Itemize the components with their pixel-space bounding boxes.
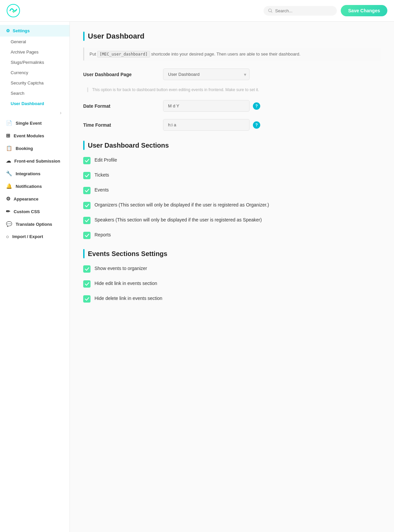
sidebar-item-custom-css[interactable]: ✏ Custom CSS (0, 205, 70, 218)
time-format-control: ? (163, 119, 381, 131)
checkbox-tickets-input[interactable] (83, 172, 91, 179)
sidebar-item-event-modules[interactable]: ⊞ Event Modules (0, 129, 70, 142)
checkbox-speakers: Speakers (This section will only be disp… (83, 216, 381, 224)
settings-sub-item-slugs[interactable]: Slugs/Permalinks (0, 57, 70, 67)
events-sections-title-block: Events Sections Settings (83, 249, 381, 258)
checkbox-edit-profile: Edit Profile (83, 157, 381, 164)
search-input[interactable] (275, 8, 332, 13)
settings-sub-item-user-dashboard[interactable]: User Dashboard (0, 98, 70, 109)
events-sections-title-bar (83, 249, 85, 258)
dashboard-page-control: User Dashboard ▾ (163, 68, 381, 80)
dashboard-page-label: User Dashboard Page (83, 72, 156, 77)
sections-title-block: User Dashboard Sections (83, 141, 381, 150)
page-title-section: User Dashboard (83, 32, 381, 41)
circle-icon: ○ (6, 234, 9, 239)
settings-sub-item-security[interactable]: Security Captcha (0, 78, 70, 88)
clipboard-icon: 📋 (6, 145, 12, 151)
sidebar-item-import-export[interactable]: ○ Import / Export (0, 230, 70, 243)
checkbox-organizers-label: Organizers (This section will only be di… (95, 201, 269, 208)
checkbox-speakers-label: Speakers (This section will only be disp… (95, 216, 262, 223)
checkbox-reports-input[interactable] (83, 232, 91, 239)
gear-icon: ⚙ (6, 28, 10, 33)
field-time-format: Time Format ? (83, 119, 381, 131)
time-format-help-icon[interactable]: ? (253, 121, 260, 129)
logo-area (7, 4, 20, 17)
checkbox-edit-profile-input[interactable] (83, 157, 91, 164)
time-format-input[interactable] (163, 119, 250, 131)
date-format-input[interactable] (163, 100, 250, 112)
checkbox-events-label: Events (95, 187, 109, 194)
info-shortcode: [MEC_user_dashboard] (97, 51, 150, 58)
info-text-after: shortcode into your desired page. Then u… (150, 52, 300, 57)
checkbox-organizers-input[interactable] (83, 202, 91, 209)
field-dashboard-page: User Dashboard Page User Dashboard ▾ (83, 68, 381, 80)
sidebar-item-notifications[interactable]: 🔔 Notifications (0, 180, 70, 193)
checkbox-reports: Reports (83, 231, 381, 239)
sidebar-item-appearance[interactable]: ⚙ Appearance (0, 193, 70, 205)
checkbox-show-events-organizer-label: Show events to organizer (95, 265, 147, 272)
app-logo (7, 4, 20, 17)
checkbox-events-input[interactable] (83, 187, 91, 194)
sidebar-item-translate-options[interactable]: 💬 Translate Options (0, 218, 70, 230)
events-sections-title: Events Sections Settings (88, 250, 167, 258)
checkbox-hide-edit-link-input[interactable] (83, 280, 91, 288)
wrench-icon: 🔧 (6, 171, 12, 177)
sections-title: User Dashboard Sections (88, 142, 169, 149)
sidebar: ⚙ Settings General Archive Pages Slugs/P… (0, 22, 70, 532)
settings-sub-item-archive-pages[interactable]: Archive Pages (0, 47, 70, 57)
grid-icon: ⊞ (6, 133, 10, 139)
settings-nav-header[interactable]: ⚙ Settings (0, 25, 70, 37)
checkbox-events: Events (83, 187, 381, 194)
date-format-label: Date Format (83, 103, 156, 109)
option-note: This option is for back to dashboard but… (87, 87, 381, 92)
translate-icon: 💬 (6, 221, 12, 227)
dashboard-page-select[interactable]: User Dashboard (163, 68, 250, 80)
checkbox-hide-delete-link: Hide delete link in events section (83, 295, 381, 303)
settings-sub-item-general[interactable]: General (0, 37, 70, 47)
checkbox-edit-profile-label: Edit Profile (95, 157, 117, 164)
sidebar-item-single-event[interactable]: 📄 Single Event (0, 117, 70, 129)
save-button-top[interactable]: Save Changes (341, 5, 387, 16)
bell-icon: 🔔 (6, 183, 12, 189)
upload-icon: ☁ (6, 158, 11, 164)
checkbox-tickets: Tickets (83, 172, 381, 179)
checkbox-speakers-input[interactable] (83, 217, 91, 224)
field-date-format: Date Format ? (83, 100, 381, 112)
time-format-label: Time Format (83, 122, 156, 128)
sidebar-item-frontend-submission[interactable]: ☁ Front-end Submission (0, 155, 70, 167)
main-content: User Dashboard Put [MEC_user_dashboard] … (70, 22, 394, 532)
sidebar-item-integrations[interactable]: 🔧 Integrations (0, 167, 70, 180)
checkbox-hide-delete-link-label: Hide delete link in events section (95, 295, 162, 302)
date-format-control: ? (163, 100, 381, 112)
info-text-before: Put (90, 52, 97, 57)
checkbox-show-events-organizer: Show events to organizer (83, 265, 381, 273)
pencil-icon: ✏ (6, 208, 10, 214)
sidebar-item-booking[interactable]: 📋 Booking (0, 142, 70, 155)
info-box: Put [MEC_user_dashboard] shortcode into … (83, 48, 381, 61)
settings-sub-item-currency[interactable]: Currency (0, 67, 70, 78)
search-box (264, 6, 337, 16)
svg-line-2 (271, 12, 272, 13)
file-icon: 📄 (6, 120, 12, 126)
search-icon (268, 8, 273, 13)
checkbox-hide-edit-link: Hide edit link in events section (83, 280, 381, 288)
layout: ⚙ Settings General Archive Pages Slugs/P… (0, 22, 394, 532)
checkbox-hide-edit-link-label: Hide edit link in events section (95, 280, 157, 287)
settings-sub-item-search[interactable]: Search (0, 88, 70, 98)
sliders-icon: ⚙ (6, 196, 10, 202)
settings-nav-label: Settings (13, 28, 30, 33)
checkbox-reports-label: Reports (95, 231, 111, 238)
date-format-help-icon[interactable]: ? (253, 102, 260, 110)
sections-title-bar (83, 141, 85, 150)
header-right: Save Changes (264, 5, 387, 16)
checkbox-show-events-organizer-input[interactable] (83, 265, 91, 273)
checkbox-hide-delete-link-input[interactable] (83, 295, 91, 303)
title-bar (83, 32, 85, 41)
checkbox-tickets-label: Tickets (95, 172, 109, 179)
checkbox-organizers: Organizers (This section will only be di… (83, 201, 381, 209)
sidebar-collapse-arrow: › (60, 110, 62, 115)
dashboard-page-select-wrapper: User Dashboard ▾ (163, 68, 250, 80)
header: Save Changes (0, 0, 394, 22)
page-title: User Dashboard (88, 32, 144, 41)
